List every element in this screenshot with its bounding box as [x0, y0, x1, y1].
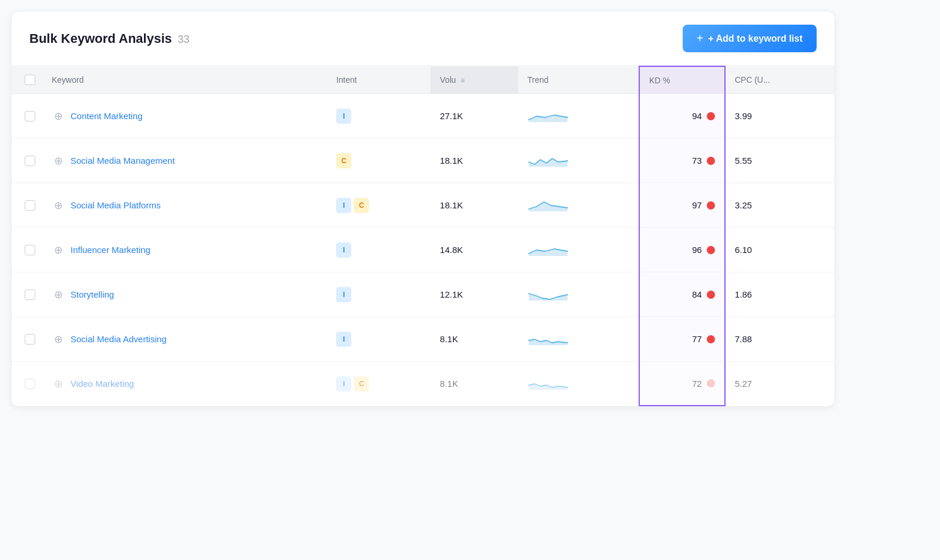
volume-cell: 27.1K	[431, 94, 518, 139]
kd-difficulty-dot	[707, 112, 715, 120]
trend-cell	[518, 228, 640, 272]
intent-cell: I	[327, 228, 430, 272]
row-checkbox[interactable]	[25, 200, 35, 211]
table-row: ⊕ Social Media Management C18.1K 73 5.55	[12, 139, 834, 183]
table-row: ⊕ Social Media Platforms IC18.1K 97 3.25	[12, 183, 834, 228]
keyword-add-icon[interactable]: ⊕	[52, 154, 65, 167]
row-checkbox-cell	[12, 139, 42, 183]
row-checkbox[interactable]	[25, 156, 35, 166]
add-button-label: + Add to keyword list	[708, 33, 803, 44]
volume-col-header[interactable]: Volu ≡	[431, 66, 518, 94]
keyword-add-icon[interactable]: ⊕	[52, 199, 65, 212]
cpc-cell: 1.86	[725, 272, 834, 317]
trend-cell	[518, 272, 640, 317]
row-checkbox[interactable]	[25, 289, 35, 300]
keyword-link[interactable]: Video Marketing	[70, 379, 134, 389]
intent-badge-i: I	[336, 198, 351, 213]
keyword-link[interactable]: Storytelling	[70, 289, 114, 299]
kd-cell: 94	[639, 94, 725, 139]
volume-value: 14.8K	[440, 245, 463, 255]
kd-value: 77	[692, 334, 702, 344]
kd-difficulty-dot	[707, 201, 715, 210]
kd-difficulty-dot	[707, 246, 715, 254]
kd-value: 94	[692, 111, 702, 121]
cpc-cell: 7.88	[725, 317, 834, 362]
cpc-value: 1.86	[735, 289, 752, 299]
keyword-add-icon[interactable]: ⊕	[52, 288, 65, 301]
volume-value: 8.1K	[440, 334, 458, 344]
add-to-keyword-list-button[interactable]: + + Add to keyword list	[683, 25, 817, 52]
page-title: Bulk Keyword Analysis	[29, 31, 172, 46]
cpc-col-header: CPC (U...	[725, 66, 834, 94]
trend-col-header: Trend	[518, 66, 640, 94]
bulk-keyword-analysis-panel: Bulk Keyword Analysis 33 + + Add to keyw…	[12, 12, 834, 406]
plus-icon: +	[697, 32, 704, 45]
kd-value: 96	[692, 245, 702, 255]
keyword-add-icon[interactable]: ⊕	[52, 244, 65, 257]
select-all-checkbox[interactable]	[25, 75, 35, 85]
row-checkbox[interactable]	[25, 245, 35, 255]
keyword-link[interactable]: Content Marketing	[70, 111, 143, 121]
row-checkbox-cell	[12, 272, 42, 317]
kd-difficulty-dot	[707, 157, 715, 165]
volume-value: 12.1K	[440, 289, 463, 299]
volume-cell: 8.1K	[431, 317, 518, 362]
row-checkbox[interactable]	[25, 379, 35, 389]
row-checkbox-cell	[12, 94, 42, 139]
table-body: ⊕ Content Marketing I27.1K 94 3.99 ⊕ Soc…	[12, 94, 834, 406]
volume-cell: 18.1K	[431, 139, 518, 183]
trend-cell	[518, 317, 640, 362]
intent-cell: IC	[327, 183, 430, 228]
kd-cell: 84	[639, 272, 725, 317]
keyword-table: Keyword Intent Volu ≡ Trend KD % CPC (U.…	[12, 66, 834, 406]
cpc-value: 5.27	[735, 379, 752, 389]
volume-cell: 18.1K	[431, 183, 518, 228]
cpc-cell: 5.55	[725, 139, 834, 183]
table-row: ⊕ Storytelling I12.1K 84 1.86	[12, 272, 834, 317]
keyword-link[interactable]: Social Media Platforms	[70, 200, 160, 210]
cpc-value: 3.99	[735, 111, 752, 121]
kd-cell: 77	[639, 317, 725, 362]
keyword-link[interactable]: Social Media Advertising	[70, 334, 166, 344]
intent-badge-c: C	[354, 376, 369, 392]
keyword-add-icon[interactable]: ⊕	[52, 110, 65, 123]
table-row: ⊕ Video Marketing IC8.1K 72 5.27	[12, 362, 834, 406]
trend-cell	[518, 362, 640, 406]
volume-cell: 8.1K	[431, 362, 518, 406]
row-checkbox-cell	[12, 317, 42, 362]
keyword-cell: ⊕ Social Media Advertising	[42, 317, 327, 362]
keyword-cell: ⊕ Influencer Marketing	[42, 228, 327, 272]
intent-badge-i: I	[336, 332, 351, 347]
keyword-col-header: Keyword	[42, 66, 327, 94]
cpc-value: 7.88	[735, 334, 752, 344]
keyword-link[interactable]: Social Media Management	[70, 156, 175, 166]
table-header-row: Keyword Intent Volu ≡ Trend KD % CPC (U.…	[12, 66, 834, 94]
kd-value: 72	[692, 379, 702, 389]
volume-cell: 14.8K	[431, 228, 518, 272]
cpc-cell: 6.10	[725, 228, 834, 272]
kd-cell: 96	[639, 228, 725, 272]
row-checkbox[interactable]	[25, 334, 35, 345]
keyword-cell: ⊕ Social Media Management	[42, 139, 327, 183]
table-row: ⊕ Social Media Advertising I8.1K 77 7.88	[12, 317, 834, 362]
intent-badge-i: I	[336, 242, 351, 258]
volume-value: 27.1K	[440, 111, 463, 121]
keyword-add-icon[interactable]: ⊕	[52, 377, 65, 390]
intent-cell: IC	[327, 362, 430, 406]
intent-badge-c: C	[336, 153, 351, 168]
trend-cell	[518, 183, 640, 228]
volume-value: 18.1K	[440, 156, 463, 166]
panel-header: Bulk Keyword Analysis 33 + + Add to keyw…	[12, 12, 834, 66]
intent-cell: I	[327, 94, 430, 139]
kd-cell: 73	[639, 139, 725, 183]
volume-cell: 12.1K	[431, 272, 518, 317]
row-checkbox-cell	[12, 183, 42, 228]
intent-col-header: Intent	[327, 66, 430, 94]
row-checkbox[interactable]	[25, 111, 35, 122]
cpc-cell: 3.99	[725, 94, 834, 139]
keyword-add-icon[interactable]: ⊕	[52, 333, 65, 346]
cpc-value: 5.55	[735, 156, 752, 166]
cpc-value: 6.10	[735, 245, 752, 255]
kd-cell: 72	[639, 362, 725, 406]
keyword-link[interactable]: Influencer Marketing	[70, 245, 150, 255]
